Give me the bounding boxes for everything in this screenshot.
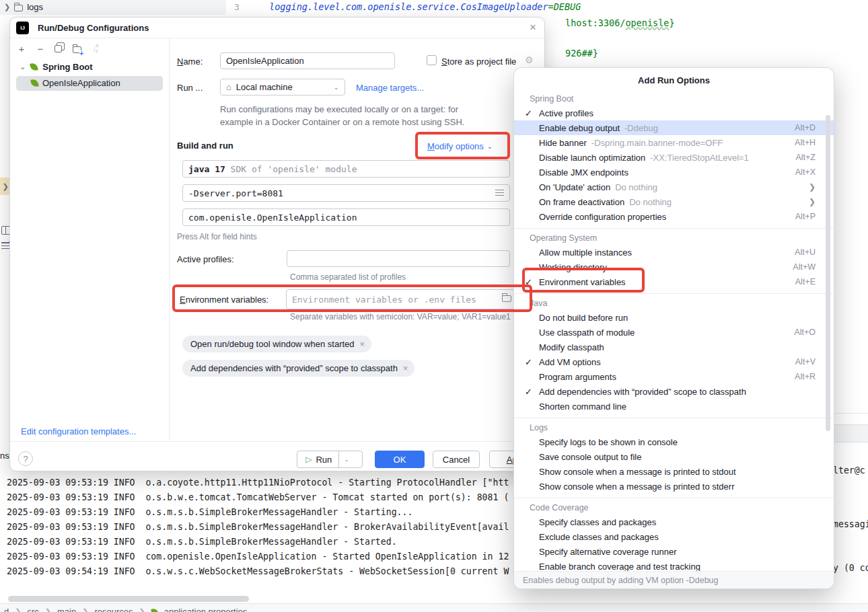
breadcrumb-item[interactable]: main bbox=[57, 607, 76, 612]
add-configuration-button[interactable]: + bbox=[15, 42, 28, 54]
popup-section-java: Java Do not build before run Use classpa… bbox=[514, 293, 834, 414]
help-button[interactable]: ? bbox=[18, 451, 33, 466]
breadcrumb-item[interactable]: resources bbox=[94, 607, 133, 612]
menu-item[interactable]: Program argumentsAlt+R bbox=[514, 369, 834, 384]
option-chip[interactable]: Open run/debug tool window when started … bbox=[182, 336, 371, 352]
run-target-value: Local machine bbox=[236, 82, 293, 92]
menu-item[interactable]: Shorten command line bbox=[514, 399, 834, 414]
chevron-right-icon: ❯ bbox=[15, 607, 21, 612]
add-run-options-popup: Add Run Options Spring Boot ✓Active prof… bbox=[513, 67, 834, 589]
dialog-title: Run/Debug Configurations bbox=[38, 23, 149, 33]
close-icon[interactable]: × bbox=[403, 363, 408, 373]
breadcrumb-item[interactable]: application.properties bbox=[164, 607, 248, 612]
sort-configurations-button[interactable]: ↓az bbox=[89, 42, 102, 54]
chevron-right-icon: ❯ bbox=[82, 607, 88, 612]
new-folder-icon bbox=[73, 46, 81, 53]
store-as-project-file-checkbox[interactable] bbox=[427, 55, 437, 65]
ide-screen: ❯ logs 3 logging.level.com.openisle.serv… bbox=[0, 0, 868, 612]
breadcrumb-bar: d ❯ src ❯ main ❯ resources ❯ application… bbox=[0, 603, 868, 612]
submenu-arrow-icon: ❯ bbox=[809, 197, 816, 206]
breadcrumb-item[interactable]: d bbox=[4, 607, 9, 612]
menu-item[interactable]: Disable JMX endpointsAlt+X bbox=[514, 165, 834, 180]
run-on-label: Run ... bbox=[177, 83, 203, 93]
property-value: =DEBUG bbox=[548, 1, 581, 12]
menu-item[interactable]: Modify classpath bbox=[514, 340, 834, 354]
menu-item[interactable]: Do not build before run bbox=[514, 310, 834, 325]
chevron-right-icon: ❯ bbox=[4, 3, 10, 11]
menu-item[interactable]: Specify classes and packages bbox=[514, 514, 834, 529]
tree-group-spring-boot[interactable]: ⌄ Spring Boot bbox=[20, 62, 93, 72]
menu-item[interactable]: Hide banner-Dspring.main.banner-mode=OFF… bbox=[514, 135, 834, 150]
menu-item[interactable]: ✓Add VM optionsAlt+V bbox=[514, 354, 834, 369]
breadcrumb: d ❯ src ❯ main ❯ resources ❯ application… bbox=[4, 607, 247, 612]
folder-icon bbox=[14, 5, 23, 11]
cancel-button[interactable]: Cancel bbox=[433, 451, 480, 468]
active-profiles-input[interactable] bbox=[287, 250, 510, 267]
chevron-right-icon: ❯ bbox=[45, 607, 51, 612]
vm-options-field[interactable]: -Dserver.port=8081 bbox=[182, 184, 510, 202]
menu-item[interactable]: On frame deactivationDo nothing❯ bbox=[514, 194, 834, 209]
popup-section-code-coverage: Code Coverage Specify classes and packag… bbox=[514, 498, 834, 574]
manage-targets-link[interactable]: Manage targets... bbox=[356, 83, 424, 93]
horizontal-scrollbar[interactable] bbox=[8, 596, 249, 602]
run-target-select[interactable]: ⌂ Local machine ⌄ bbox=[220, 79, 345, 95]
submenu-arrow-icon: ❯ bbox=[809, 182, 816, 192]
breadcrumb-item[interactable]: src bbox=[27, 607, 38, 612]
menu-item[interactable]: On 'Update' actionDo nothing❯ bbox=[514, 180, 834, 194]
intellij-logo-icon: IJ bbox=[16, 22, 29, 34]
tree-item-label: OpenIsleApplication bbox=[42, 78, 120, 88]
menu-item[interactable]: Show console when a message is printed t… bbox=[514, 479, 834, 494]
checkmark-icon: ✓ bbox=[525, 387, 532, 397]
popup-section-logs: Logs Specify logs to be shown in console… bbox=[514, 418, 834, 494]
ok-button[interactable]: OK bbox=[375, 451, 425, 468]
spring-leaf-icon bbox=[151, 608, 158, 612]
menu-item[interactable]: Specify alternative coverage runner bbox=[514, 544, 834, 559]
name-input[interactable] bbox=[220, 52, 395, 69]
menu-item[interactable]: Allow multiple instancesAlt+U bbox=[514, 245, 834, 260]
main-class-field[interactable]: com.openisle.OpenIsleApplication bbox=[182, 208, 510, 226]
close-icon[interactable]: × bbox=[530, 21, 536, 34]
tree-item-openisleapplication[interactable]: OpenIsleApplication bbox=[31, 78, 120, 88]
editor-code-fragment: lhost:3306/openisle} bbox=[565, 17, 675, 28]
chevron-down-icon[interactable]: ⌄ bbox=[339, 456, 354, 463]
home-icon: ⌂ bbox=[226, 82, 231, 92]
store-as-project-file-label: Store as project file bbox=[441, 56, 516, 67]
menu-item[interactable]: Use classpath of moduleAlt+O bbox=[514, 325, 834, 340]
option-chip[interactable]: Add dependencies with “provided” scope t… bbox=[182, 360, 414, 377]
panel-divider bbox=[169, 38, 170, 440]
name-label: Name: bbox=[177, 56, 203, 67]
menu-item[interactable]: Disable launch optimization-XX:TieredSto… bbox=[514, 150, 834, 165]
menu-item[interactable]: Save console output to file bbox=[514, 449, 834, 464]
dialog-header: IJ Run/Debug Configurations × bbox=[10, 17, 544, 38]
active-profiles-label: Active profiles: bbox=[177, 254, 234, 264]
menu-item[interactable]: ✓Add dependencies with “provided” scope … bbox=[514, 384, 834, 399]
close-icon[interactable]: × bbox=[360, 339, 365, 349]
chevron-down-icon: ⌄ bbox=[20, 63, 26, 71]
project-item-label: logs bbox=[27, 2, 43, 12]
menu-item[interactable]: Override configuration propertiesAlt+P bbox=[514, 209, 834, 224]
console-fragment: lter@c bbox=[833, 465, 865, 475]
menu-item-selected[interactable]: Enable debug output-DdebugAlt+D bbox=[514, 120, 834, 135]
jdk-field[interactable]: java 17 SDK of 'openisle' module bbox=[182, 160, 510, 178]
popup-section-spring-boot: Spring Boot ✓Active profiles Enable debu… bbox=[514, 92, 834, 224]
chevron-down-icon: ⌄ bbox=[334, 83, 339, 91]
popup-menu: Spring Boot ✓Active profiles Enable debu… bbox=[514, 92, 834, 574]
edit-configuration-templates-link[interactable]: Edit configuration templates... bbox=[21, 426, 136, 436]
run-button[interactable]: ▷ Run ⌄ bbox=[297, 451, 363, 468]
menu-item[interactable]: Show console when a message is printed t… bbox=[514, 464, 834, 479]
popup-scrollbar[interactable] bbox=[826, 115, 830, 431]
new-folder-button[interactable] bbox=[71, 42, 83, 54]
menu-item[interactable]: Exclude classes and packages bbox=[514, 529, 834, 544]
remove-configuration-button[interactable]: − bbox=[34, 42, 46, 54]
text-fragment: ns bbox=[0, 451, 9, 461]
expand-field-icon[interactable] bbox=[495, 190, 504, 196]
menu-item[interactable]: ✓Active profiles bbox=[514, 106, 834, 120]
annotation-box-modify-options bbox=[415, 132, 510, 159]
environment-variables-hint: Separate variables with semicolon: VAR=v… bbox=[290, 312, 519, 321]
copy-configuration-button[interactable] bbox=[52, 42, 64, 54]
footer-divider bbox=[10, 441, 544, 442]
menu-item[interactable]: Specify logs to be shown in console bbox=[514, 434, 834, 449]
console-toolbar-remnant bbox=[834, 424, 868, 443]
project-tree-item-logs[interactable]: ❯ logs bbox=[4, 2, 43, 12]
gear-icon[interactable]: ⚙ bbox=[525, 54, 534, 65]
